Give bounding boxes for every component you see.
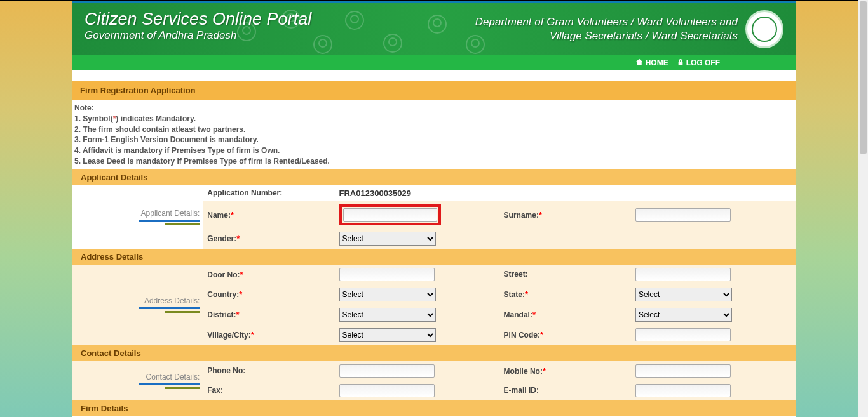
- section-address-header: Address Details: [72, 249, 796, 265]
- note-4: 4. Affidavit is mandatory if Premises Ty…: [74, 145, 794, 156]
- applicant-side-label: Applicant Details:: [141, 209, 200, 218]
- village-label: Village/City:: [207, 331, 250, 340]
- mobile-label: Mobile No:: [504, 367, 543, 376]
- fax-input[interactable]: [339, 384, 435, 397]
- note-1b: ) indicates Mandatory.: [116, 114, 196, 123]
- nav-logoff-label: LOG OFF: [686, 58, 720, 67]
- app-num-label: Application Number:: [203, 185, 335, 201]
- email-label: E-mail ID:: [504, 386, 539, 395]
- fax-label: Fax:: [207, 386, 223, 395]
- street-input[interactable]: [635, 268, 731, 281]
- mandal-label: Mandal:: [504, 310, 532, 319]
- district-label: District:: [207, 310, 236, 319]
- lock-icon: [677, 58, 684, 68]
- name-highlight: [339, 204, 441, 225]
- district-select[interactable]: Select: [339, 308, 436, 322]
- address-side-label: Address Details:: [144, 296, 200, 305]
- contact-side-label: Contact Details:: [146, 373, 200, 381]
- note-5: 5. Lease Deed is mandatory if Premises T…: [74, 156, 794, 167]
- scrollbar[interactable]: [858, 0, 868, 417]
- pin-input[interactable]: [635, 328, 731, 341]
- name-label: Name:: [207, 211, 231, 220]
- gender-select[interactable]: Select: [339, 232, 436, 246]
- door-label: Door No:: [207, 270, 240, 279]
- notes-heading: Note:: [74, 103, 794, 114]
- phone-input[interactable]: [339, 364, 435, 378]
- door-input[interactable]: [339, 268, 435, 281]
- surname-label: Surname:: [504, 211, 539, 220]
- portal-title: Citizen Services Online Portal: [85, 10, 311, 29]
- home-icon: [635, 58, 643, 68]
- scrollbar-thumb[interactable]: [860, 1, 867, 154]
- header-banner: Citizen Services Online Portal Governmen…: [72, 3, 796, 55]
- country-select[interactable]: Select: [339, 288, 436, 301]
- nav-home[interactable]: HOME: [635, 58, 668, 68]
- gov-seal: [745, 10, 783, 48]
- app-num-value: FRA012300035029: [339, 189, 411, 198]
- form-title: Firm Registration Application: [72, 81, 796, 100]
- pin-label: PIN Code:: [504, 331, 540, 340]
- dept-line-1: Department of Gram Volunteers / Ward Vol…: [475, 15, 738, 29]
- state-select[interactable]: Select: [635, 288, 732, 301]
- country-label: Country:: [207, 290, 239, 299]
- mandal-select[interactable]: Select: [635, 308, 732, 322]
- street-label: Street:: [504, 270, 528, 279]
- section-applicant-header: Applicant Details: [72, 169, 796, 185]
- nav-home-label: HOME: [646, 58, 668, 67]
- section-firm-header: Firm Details: [72, 400, 796, 416]
- dept-line-2: Village Secretariats / Ward Secretariats: [475, 29, 738, 43]
- note-3: 3. Form-1 English Version Document is ma…: [74, 135, 794, 145]
- nav-bar: HOME LOG OFF: [72, 55, 796, 70]
- note-1a: 1. Symbol(: [74, 114, 113, 123]
- section-contact-header: Contact Details: [72, 345, 796, 361]
- name-input[interactable]: [343, 208, 437, 222]
- surname-input[interactable]: [635, 208, 731, 222]
- phone-label: Phone No:: [207, 366, 245, 375]
- mobile-input[interactable]: [635, 364, 731, 378]
- email-input[interactable]: [635, 384, 731, 397]
- state-label: State:: [504, 290, 525, 299]
- gender-label: Gender:: [207, 234, 236, 243]
- note-2: 2. The firm should contain atleast two p…: [74, 124, 794, 135]
- govt-subtitle: Government of Andhra Pradesh: [85, 29, 311, 42]
- village-select[interactable]: Select: [339, 328, 436, 342]
- notes-block: Note: 1. Symbol(*) indicates Mandatory. …: [72, 100, 796, 169]
- nav-logoff[interactable]: LOG OFF: [677, 58, 720, 68]
